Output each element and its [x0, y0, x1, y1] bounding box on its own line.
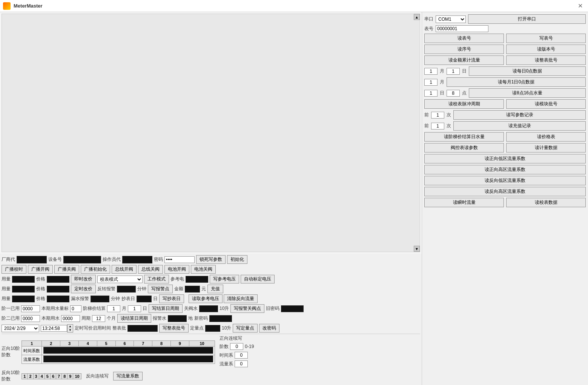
- usage-input3[interactable]: [12, 296, 35, 302]
- read-reverse-high-flow-btn[interactable]: 读反向高区流量系数: [424, 187, 586, 196]
- write-meter-num-btn[interactable]: 写表号: [506, 34, 586, 43]
- operator-input[interactable]: [122, 256, 152, 263]
- read-pulse-btn[interactable]: 读校表脉冲周期: [424, 99, 504, 109]
- broadcast-close-valve-btn[interactable]: 广播关阀: [54, 265, 79, 274]
- read-batch-btn[interactable]: 读整表批号: [506, 55, 586, 65]
- read-module-batch-btn[interactable]: 读模块批号: [506, 99, 586, 109]
- calibrate-mode-select[interactable]: 校表模式: [97, 276, 143, 283]
- flow-coeff-input[interactable]: [235, 360, 248, 367]
- new-password-input[interactable]: [209, 315, 232, 322]
- valve-flow-input[interactable]: [199, 305, 218, 312]
- forward-time-coeff-data[interactable]: [43, 347, 213, 354]
- lock-write-params-btn[interactable]: 锁死写参数: [196, 255, 226, 264]
- read-instant-flow-btn[interactable]: 读瞬时流量: [424, 198, 504, 207]
- battery-open-btn[interactable]: 电池开阀: [164, 265, 189, 274]
- bus-close-btn[interactable]: 总线关阀: [138, 265, 163, 274]
- batch-input[interactable]: [127, 325, 158, 332]
- read-price-table-btn[interactable]: 读价格表: [506, 132, 586, 142]
- copy-date-input[interactable]: [137, 296, 152, 302]
- battery-close-btn[interactable]: 电池关阀: [191, 265, 216, 274]
- prev-val2-input[interactable]: [431, 123, 444, 129]
- time-coeff-input[interactable]: [235, 352, 248, 359]
- read-forward-low-flow-btn[interactable]: 读正向低区流量系数: [424, 154, 586, 163]
- time-spinbox[interactable]: ▲ ▼: [41, 324, 73, 333]
- month2-input[interactable]: [424, 79, 438, 86]
- read-calc-day-btn[interactable]: 读结算日周期: [117, 314, 151, 323]
- day1-input[interactable]: [447, 68, 460, 75]
- read-8-16-btn[interactable]: 读8点16点水量: [469, 88, 586, 98]
- instant-price-btn[interactable]: 即时改价: [71, 275, 96, 283]
- work-mode-btn[interactable]: 工作模式: [144, 275, 169, 283]
- write-flow-coeff-btn[interactable]: 写流量系数: [113, 372, 143, 380]
- stage-count-input[interactable]: [230, 343, 243, 350]
- ref-voltage-input[interactable]: [186, 276, 208, 283]
- forward-flow-coeff-data[interactable]: [43, 356, 213, 362]
- write-fixed-flow-btn[interactable]: 写定量点: [233, 324, 258, 333]
- write-ref-voltage-btn[interactable]: 写参考电压: [210, 275, 239, 283]
- fixed-flow-input[interactable]: [205, 325, 220, 332]
- clear-reverse-flow-btn[interactable]: 清除反向流量: [224, 294, 258, 303]
- read-balance-flow-btn[interactable]: 读金额累计流量: [424, 55, 504, 65]
- change-password-btn[interactable]: 改密码: [259, 324, 279, 333]
- scroll-up-btn[interactable]: ▲: [414, 14, 420, 20]
- close-button[interactable]: ✕: [576, 2, 585, 10]
- price-input1[interactable]: [47, 276, 69, 283]
- usage-input1[interactable]: [12, 276, 35, 283]
- read-ladder-day-btn[interactable]: 读阶梯价结算日水量: [424, 132, 504, 142]
- ladder-day-input[interactable]: [128, 305, 141, 312]
- scroll-down-btn[interactable]: ▼: [414, 246, 420, 252]
- serial-select[interactable]: COM1: [436, 15, 466, 23]
- price-input2[interactable]: [47, 286, 69, 293]
- amount-input[interactable]: [185, 286, 200, 293]
- read-meter-num-btn[interactable]: 读表号: [424, 34, 504, 43]
- auto-calibrate-btn[interactable]: 自动标定电压: [241, 275, 275, 283]
- write-batch-btn[interactable]: 写整表批号: [159, 324, 189, 333]
- broadcast-init-btn[interactable]: 广播初始化: [81, 265, 110, 274]
- password-input[interactable]: [164, 256, 195, 263]
- read-reverse-low-flow-btn[interactable]: 读反向低区流量系数: [424, 176, 586, 185]
- month1-input[interactable]: [424, 68, 438, 75]
- log-area[interactable]: ▲ ▼: [2, 14, 420, 252]
- old-password-input[interactable]: [281, 305, 304, 312]
- price-input3[interactable]: [47, 296, 69, 302]
- stage2-used-input[interactable]: [21, 315, 40, 322]
- read-monthly-first-btn[interactable]: 读每月1日0点数据: [447, 77, 586, 87]
- time-up-arrow[interactable]: ▲: [68, 325, 73, 328]
- read-version-btn[interactable]: 读版本号: [506, 45, 586, 54]
- time-input[interactable]: [41, 325, 67, 332]
- write-calc-day-btn[interactable]: 写结算日周期: [149, 304, 183, 313]
- read-valve-params-btn[interactable]: 阀控表读参数: [424, 143, 504, 152]
- read-seq-btn[interactable]: 读序号: [424, 45, 504, 54]
- open-port-btn[interactable]: 打开串口: [468, 14, 586, 24]
- vendor-input[interactable]: [17, 256, 47, 263]
- alarm-flow-input[interactable]: [168, 315, 187, 322]
- current-water-input[interactable]: [61, 315, 80, 322]
- reverse-alarm-input[interactable]: [117, 286, 136, 293]
- write-alarm-valve-btn[interactable]: 写报警关阀点: [230, 304, 264, 313]
- read-ref-voltage-btn[interactable]: 读取参考电压: [189, 294, 223, 303]
- device-input[interactable]: [63, 256, 101, 263]
- current-water-mark-input[interactable]: [70, 305, 81, 312]
- broadcast-calibrate-btn[interactable]: 广播校时: [2, 265, 26, 274]
- write-copy-date-btn[interactable]: 写抄表日: [159, 294, 184, 303]
- date-select[interactable]: 2024/ 2/29: [2, 325, 39, 332]
- usage-input2[interactable]: [12, 286, 35, 293]
- recharge-btn[interactable]: 充值: [207, 285, 223, 293]
- initialize-btn[interactable]: 初始化: [227, 255, 247, 264]
- ladder-month-input[interactable]: [107, 305, 120, 312]
- stage1-used-input[interactable]: [21, 305, 40, 312]
- meter-num-input[interactable]: [436, 25, 488, 32]
- prev-val1-input[interactable]: [431, 112, 444, 119]
- scheduled-price-btn[interactable]: 定时改价: [71, 285, 96, 293]
- leak-alarm-input[interactable]: [91, 296, 109, 302]
- read-write-record-btn[interactable]: 读写参数记录: [453, 110, 586, 120]
- period-months-input[interactable]: [92, 315, 105, 322]
- read-metering-data-btn[interactable]: 读计量数据: [506, 143, 586, 152]
- bus-open-btn[interactable]: 总线开阀: [112, 265, 137, 274]
- read-forward-high-flow-btn[interactable]: 读正向高区流量系数: [424, 165, 586, 174]
- broadcast-open-valve-btn[interactable]: 广播开阀: [28, 265, 53, 274]
- write-alarm-point-btn[interactable]: 写报警点: [148, 285, 173, 293]
- day2-input[interactable]: [424, 90, 438, 97]
- time-down-arrow[interactable]: ▼: [68, 328, 73, 332]
- read-recharge-record-btn[interactable]: 读充值记录: [453, 121, 586, 131]
